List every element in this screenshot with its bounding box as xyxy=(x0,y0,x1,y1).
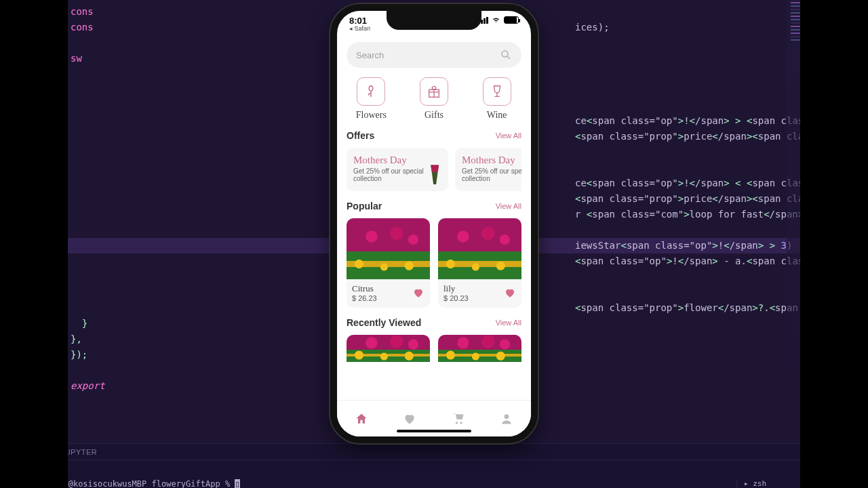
product-card[interactable]: lily$ 20.23 xyxy=(438,218,521,308)
category-label: Flowers xyxy=(356,110,387,121)
tab-home[interactable] xyxy=(355,412,368,426)
wifi-icon xyxy=(491,16,501,24)
product-image xyxy=(438,218,521,279)
battery-icon xyxy=(504,16,519,24)
offer-subtitle: Get 25% off our special collection xyxy=(462,167,521,182)
product-card[interactable]: Citrus$ 26.23 xyxy=(347,218,430,308)
search-placeholder: Search xyxy=(356,50,384,60)
home-indicator[interactable] xyxy=(397,430,471,432)
category-label: Gifts xyxy=(425,110,443,121)
device-notch xyxy=(387,11,481,30)
offer-title: Mothers Day xyxy=(353,155,424,166)
wine-icon xyxy=(483,77,511,106)
category-wine[interactable]: Wine xyxy=(472,77,521,121)
app-screen: Search FlowersGiftsWine Offers View All … xyxy=(337,39,531,436)
svg-point-18 xyxy=(502,51,508,57)
flower-icon xyxy=(357,77,385,106)
product-price: $ 26.23 xyxy=(352,294,377,302)
letterbox-left xyxy=(0,0,68,488)
recent-title: Recently Viewed xyxy=(347,317,421,328)
product-price: $ 20.23 xyxy=(443,294,469,302)
category-label: Wine xyxy=(487,110,507,121)
terminal-panel: TERMINAL JUPYTER ˄ ✕ ˅ TERMINAL › kosiso… xyxy=(0,443,868,488)
category-gifts[interactable]: Gifts xyxy=(410,77,459,121)
offers-title: Offers xyxy=(347,130,374,141)
tab-cart[interactable] xyxy=(452,412,465,426)
offer-title: Mothers Day xyxy=(462,155,521,166)
product-name: Citrus xyxy=(352,283,377,294)
popular-title: Popular xyxy=(347,201,382,211)
back-to-safari[interactable]: ◂ Safari xyxy=(349,26,370,33)
recent-item[interactable] xyxy=(438,335,521,362)
svg-point-20 xyxy=(505,414,509,419)
recent-item[interactable] xyxy=(347,335,430,362)
iphone-simulator: 8:01 ◂ Safari Search FlowersGiftsWine Of… xyxy=(330,4,538,443)
favorite-icon[interactable] xyxy=(504,287,516,299)
tab-profile[interactable] xyxy=(500,412,513,426)
bouquet-image xyxy=(428,155,441,184)
offer-card[interactable]: Mothers DayGet 25% off our special colle… xyxy=(455,148,521,191)
status-time: 8:01 xyxy=(349,16,370,26)
offer-subtitle: Get 25% off our special collection xyxy=(353,167,424,182)
product-image xyxy=(347,218,430,279)
gift-icon xyxy=(420,77,448,106)
search-icon xyxy=(500,49,512,61)
category-flowers[interactable]: Flowers xyxy=(347,77,396,121)
tab-favorites[interactable] xyxy=(403,412,416,426)
letterbox-right xyxy=(800,0,868,488)
favorite-icon[interactable] xyxy=(412,287,425,299)
recent-view-all[interactable]: View All xyxy=(496,319,521,327)
product-name: lily xyxy=(443,283,469,294)
popular-view-all[interactable]: View All xyxy=(496,202,521,210)
search-input[interactable]: Search xyxy=(347,42,521,68)
offers-view-all[interactable]: View All xyxy=(496,131,521,140)
offer-card[interactable]: Mothers DayGet 25% off our special colle… xyxy=(347,148,448,191)
